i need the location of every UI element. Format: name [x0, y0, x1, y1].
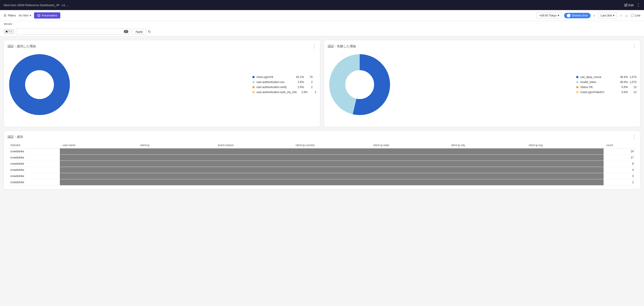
legend-dot	[576, 86, 578, 88]
vendor-search-input[interactable]	[16, 28, 130, 35]
chart1-legend: UserLogonV9 92.1% 70 user.authentication…	[252, 75, 316, 94]
legend-item: user.authentication.sso 2.6% 2	[252, 80, 316, 84]
table-cell-redacted: ████████████	[370, 179, 448, 186]
legend-count: 13	[630, 86, 636, 89]
table-cell-count: 8	[604, 161, 636, 167]
shared-time-toggle[interactable]: ✓ Shared time	[564, 13, 590, 18]
legend-pct: 92.1%	[295, 75, 304, 79]
table-menu-icon[interactable]: ⋮	[632, 134, 636, 139]
table-title: 認証 - 成功	[8, 135, 23, 139]
legend-label: UserLogonFailedV1	[580, 91, 617, 94]
svg-point-9	[345, 70, 374, 99]
table-cell-redacted: ████████████	[448, 173, 526, 179]
legend-dot	[576, 81, 578, 83]
table-row: crowdstrike█████████████████████████████…	[8, 161, 636, 167]
legend-count: 13	[630, 91, 636, 94]
table-column-header: client.ip.org	[526, 142, 604, 148]
live-checkbox[interactable]	[631, 14, 634, 17]
table-cell-redacted: ████████████	[138, 167, 215, 173]
table-cell-redacted: ████████████	[293, 155, 370, 161]
table-cell-redacted: ████████████	[448, 161, 526, 167]
shared-time-label: Shared time	[572, 14, 588, 17]
no-filter-dropdown[interactable]: No filter ▾	[18, 14, 31, 17]
legend-item: UserLogonFailedV1 0.6% 13	[576, 91, 636, 94]
top-bar: Next-Gen SIEM Reference Dashboard_JP - v…	[0, 0, 644, 10]
table-cell-redacted: ████████████	[370, 161, 448, 167]
chart2-menu-icon[interactable]: ⋮	[632, 44, 636, 49]
chart-fail-reason: 認証 - 失敗した理由 ⋮	[324, 40, 640, 127]
table-cell-vendor: crowdstrike	[8, 148, 60, 155]
chart2-legend: use_dpop_nonce 49.4% 1,074 invalid_token…	[576, 75, 636, 94]
table-cell-vendor: crowdstrike	[8, 167, 60, 173]
table-cell-redacted: ████████████	[138, 161, 215, 167]
timezone-dropdown[interactable]: +09:00 Tokyo ▾	[536, 13, 562, 18]
vendor-tag-close-icon[interactable]: ×	[10, 30, 12, 33]
legend-count: 2	[306, 80, 313, 84]
apply-button[interactable]: Apply	[132, 29, 146, 35]
table-cell-redacted: ████████████	[293, 173, 370, 179]
table-column-header: event.reason	[215, 142, 293, 148]
table-column-header: client.ip.city	[448, 142, 526, 148]
time-range-dropdown[interactable]: Last 30d ▾	[598, 13, 617, 18]
table-row: crowdstrike█████████████████████████████…	[8, 167, 636, 173]
chevron-down-icon: ▾	[558, 14, 559, 17]
vendor-filter-label: Vendor	[4, 23, 12, 26]
filter-icon: ☰	[4, 14, 6, 17]
more-options-button[interactable]: ⋮	[636, 3, 640, 8]
chart2-header: 認証 - 失敗した理由 ⋮	[328, 44, 636, 49]
time-range-value: Last 30d	[600, 14, 612, 17]
table-column-header: client.ip.state	[370, 142, 448, 148]
table-cell-redacted: ████████████	[448, 167, 526, 173]
legend-item: invalid_token 49.4% 1,073	[576, 80, 636, 84]
edit-button[interactable]: Edit	[624, 4, 634, 7]
legend-dot	[252, 81, 255, 83]
table-cell-redacted: ████████████	[370, 167, 448, 173]
table-cell-redacted: ████████████	[526, 155, 604, 161]
chart1-title: 認証 - 成功した理由	[8, 44, 36, 49]
table-row: crowdstrike█████████████████████████████…	[8, 173, 636, 179]
parameters-button[interactable]: Parameters	[34, 12, 60, 19]
table-cell-redacted: ████████████	[138, 155, 215, 161]
time-next-button[interactable]: ›	[619, 13, 622, 19]
vendor-input-wrapper: 1	[16, 28, 130, 35]
no-filter-label: No filter	[18, 14, 29, 17]
legend-pct: 2.6%	[298, 91, 308, 94]
charts-row: 認証 - 成功した理由 ⋮	[4, 40, 640, 127]
search-icon[interactable]: ⌕	[624, 13, 629, 19]
filters-button[interactable]: ☰ Filters	[4, 14, 16, 17]
chart2-donut	[328, 53, 392, 117]
live-button[interactable]: Live	[631, 14, 640, 17]
chart1-menu-icon[interactable]: ⋮	[312, 44, 316, 49]
vendor-tag[interactable]: * ×	[4, 29, 14, 34]
legend-pct: 0.6%	[619, 91, 628, 94]
table-cell-count: 4	[604, 167, 636, 173]
table-cell-redacted: ████████████	[526, 167, 604, 173]
legend-item: user.authentication.verify 2.6% 2	[252, 86, 316, 89]
legend-pct: 2.6%	[295, 86, 304, 89]
table-cell-redacted: ████████████	[448, 179, 526, 186]
svg-point-4	[25, 70, 54, 99]
chart2-title: 認証 - 失敗した理由	[328, 44, 356, 49]
time-prev-button[interactable]: ‹	[593, 13, 596, 19]
table-body: crowdstrike█████████████████████████████…	[8, 148, 636, 186]
refresh-icon[interactable]: ↻	[148, 30, 151, 34]
table-cell-redacted: ████████████	[60, 148, 138, 155]
table-cell-vendor: crowdstrike	[8, 173, 60, 179]
table-cell-redacted: ████████████	[138, 173, 215, 179]
filter-bar-right: +09:00 Tokyo ▾ ✓ Shared time ‹ Last 30d …	[536, 13, 640, 19]
table-cell-redacted: ████████████	[215, 161, 293, 167]
table-column-header: count	[604, 142, 636, 148]
table-cell-redacted: ████████████	[526, 148, 604, 155]
table-cell-vendor: crowdstrike	[8, 155, 60, 161]
table-head: #Vendoruser.nameclient.ipevent.reasoncli…	[8, 142, 636, 148]
table-cell-count: 17	[604, 155, 636, 161]
edit-icon	[624, 4, 628, 7]
chevron-down-icon: ▾	[613, 14, 614, 17]
auth-success-table: #Vendoruser.nameclient.ipevent.reasoncli…	[8, 142, 636, 186]
legend-count: 1,073	[630, 80, 636, 84]
legend-label: UserLogonV9	[256, 75, 293, 79]
vendor-tag-value: *	[8, 30, 10, 33]
table-column-header: user.name	[60, 142, 138, 148]
table-header: 認証 - 成功 ⋮	[8, 134, 636, 139]
legend-count: 2	[310, 91, 316, 94]
